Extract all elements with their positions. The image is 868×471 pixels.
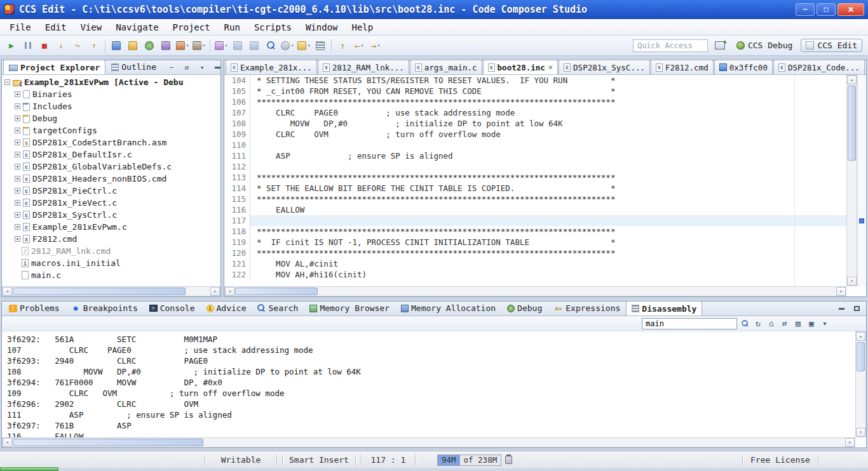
- suspend-button[interactable]: [20, 38, 36, 53]
- expand-icon[interactable]: +: [15, 140, 20, 145]
- disassembly-view-menu-button[interactable]: ▾: [819, 319, 831, 329]
- editor-tab[interactable]: DSP281x_SysC... ×: [559, 60, 650, 74]
- editor-tab[interactable]: F2812.cmd ×: [651, 60, 714, 74]
- line-number[interactable]: 116: [224, 204, 250, 215]
- disassembly-line[interactable]: 111 ASP ; ensure SP is aligned: [2, 409, 855, 420]
- bottom-tab[interactable]: Debug ×: [501, 301, 548, 315]
- code-line[interactable]: 106 ************************************…: [224, 96, 846, 107]
- editor-tab[interactable]: args_main.c ×: [410, 60, 482, 74]
- tree-item[interactable]: + DSP281x_CodeStartBranch.asm: [2, 136, 220, 149]
- expand-icon[interactable]: +: [15, 164, 20, 169]
- new-wizard-button[interactable]: [214, 38, 229, 53]
- line-number[interactable]: 120: [224, 248, 250, 258]
- code-line[interactable]: 113 ************************************…: [224, 172, 846, 183]
- menu-item[interactable]: View: [73, 20, 109, 34]
- code-line[interactable]: 115 ************************************…: [224, 194, 846, 204]
- line-number[interactable]: 108: [224, 118, 250, 129]
- scroll-thumb[interactable]: [13, 288, 186, 295]
- code-line[interactable]: 122 MOV AH,#hi16(cinit): [224, 269, 846, 280]
- menu-item[interactable]: Help: [345, 20, 381, 34]
- annotation-marker[interactable]: [859, 218, 864, 223]
- garbage-collect-icon[interactable]: [505, 456, 512, 464]
- tab-project-explorer[interactable]: Project Explorer: [3, 60, 105, 74]
- menu-item[interactable]: File: [3, 20, 38, 34]
- back-button[interactable]: ←: [351, 38, 367, 53]
- close-tab-icon[interactable]: ×: [548, 63, 553, 72]
- menu-item[interactable]: Run: [217, 20, 247, 34]
- line-number[interactable]: 119: [224, 237, 250, 248]
- debug-button[interactable]: [142, 38, 157, 53]
- line-number[interactable]: 110: [224, 140, 250, 150]
- disassembly-hscrollbar[interactable]: ◂ ▸: [2, 437, 855, 448]
- expand-icon[interactable]: +: [15, 212, 20, 218]
- line-number[interactable]: 118: [224, 226, 250, 237]
- home-button[interactable]: ⌂: [766, 319, 777, 329]
- memory-button[interactable]: [158, 38, 173, 53]
- expand-icon[interactable]: +: [15, 103, 20, 109]
- step-into-button[interactable]: ↓: [53, 38, 69, 53]
- scroll-left-arrow[interactable]: ◂: [225, 287, 234, 296]
- scroll-right-arrow[interactable]: ▸: [845, 438, 855, 447]
- code-line[interactable]: 121 MOV AL,#cinit: [224, 258, 846, 269]
- editor-vscrollbar[interactable]: ▴ ▾: [846, 75, 857, 286]
- disassembly-location-input[interactable]: [642, 318, 737, 329]
- line-number[interactable]: 112: [224, 161, 250, 172]
- bottom-tab[interactable]: Memory Browser ×: [304, 301, 395, 315]
- perspective-ccs-debug[interactable]: CCS Debug: [732, 39, 797, 51]
- bottom-tab[interactable]: Breakpoints ×: [65, 301, 144, 315]
- tree-item[interactable]: + DSP281x_PieVect.c: [2, 197, 220, 209]
- tree-item[interactable]: + targetConfigs: [2, 124, 220, 136]
- search-button[interactable]: [263, 38, 278, 53]
- resume-button[interactable]: ▶: [4, 38, 19, 53]
- menu-item[interactable]: Scripts: [247, 20, 299, 34]
- tree-item[interactable]: + F2812.cmd: [2, 233, 220, 245]
- disassembly-content[interactable]: 3f6292: 561A SETC M0M1MAP 107 CLRC PAGE0…: [2, 331, 855, 437]
- code-line[interactable]: 114 * SET THE EALLOW BIT BEFORE THE CINI…: [224, 183, 846, 194]
- show-source-button[interactable]: ▤: [792, 319, 804, 329]
- tree-item[interactable]: + DSP281x_SysCtrl.c: [2, 209, 220, 221]
- code-line[interactable]: 110: [224, 140, 846, 150]
- tree-item[interactable]: + Example_281xEvPwm.c: [2, 221, 220, 233]
- disassembly-line[interactable]: 3f6296: 2902 CLRC OVM: [2, 399, 855, 409]
- expand-icon[interactable]: +: [15, 116, 20, 121]
- external-tools-button[interactable]: [280, 38, 295, 53]
- code-line[interactable]: 104 * SETTING THESE STATUS BITS/REGISTER…: [224, 75, 846, 86]
- collapse-all-button[interactable]: −: [166, 62, 177, 72]
- tree-item[interactable]: + DSP281x_GlobalVariableDefs.c: [2, 161, 220, 173]
- editor-tab[interactable]: DSP281x_Code... ×: [773, 60, 865, 74]
- line-number[interactable]: 122: [224, 269, 250, 280]
- tree-item[interactable]: + DSP281x_PieCtrl.c: [2, 185, 220, 197]
- editor-hscrollbar[interactable]: ◂ ▸: [224, 286, 846, 296]
- bottom-tab[interactable]: Problems ×: [3, 301, 65, 315]
- bottom-tab[interactable]: Console ×: [144, 301, 201, 315]
- collapse-icon[interactable]: −: [4, 79, 10, 85]
- scroll-left-arrow[interactable]: ◂: [3, 438, 12, 447]
- step-over-button[interactable]: ↪: [70, 38, 85, 53]
- code-line[interactable]: 105 * _c_int00 FROM RESET, YOU CAN REMOV…: [224, 86, 846, 96]
- code-line[interactable]: 116 EALLOW: [224, 204, 846, 215]
- scroll-thumb[interactable]: [857, 342, 865, 371]
- bottom-tab[interactable]: Disassembly ×: [626, 301, 702, 315]
- code-line[interactable]: 119 * IF cinit IS NOT -1, PROCESS CINIT …: [224, 237, 846, 248]
- disassembly-line[interactable]: 3f6292: 561A SETC M0M1MAP: [2, 334, 855, 345]
- tree-item[interactable]: + Debug: [2, 112, 220, 124]
- expand-icon[interactable]: +: [15, 224, 20, 230]
- scroll-thumb[interactable]: [235, 288, 318, 295]
- view-menu-button[interactable]: ▾: [196, 62, 208, 72]
- disassembly-line[interactable]: 109 CLRC OVM ; turn off overflow mode: [2, 388, 855, 399]
- expand-icon[interactable]: +: [15, 188, 20, 194]
- scroll-left-arrow[interactable]: ◂: [3, 287, 12, 296]
- save-all-button[interactable]: [247, 38, 262, 53]
- line-number[interactable]: 115: [224, 194, 250, 204]
- scroll-right-arrow[interactable]: ▸: [210, 287, 220, 296]
- menu-item[interactable]: Navigate: [109, 20, 165, 34]
- tree-item[interactable]: + DSP281x_DefaultIsr.c: [2, 149, 220, 161]
- flash-button[interactable]: [125, 38, 140, 53]
- tree-item[interactable]: + 2812_RAM_lnk.cmd: [2, 245, 220, 257]
- code-editor[interactable]: 104 * SETTING THESE STATUS BITS/REGISTER…: [224, 75, 846, 286]
- code-line[interactable]: 118 ************************************…: [224, 226, 846, 237]
- open-perspective-button[interactable]: [712, 38, 728, 53]
- bottom-tab[interactable]: Advice ×: [201, 301, 252, 315]
- tab-outline[interactable]: Outline: [105, 60, 162, 74]
- tree-item[interactable]: + Binaries: [2, 88, 220, 100]
